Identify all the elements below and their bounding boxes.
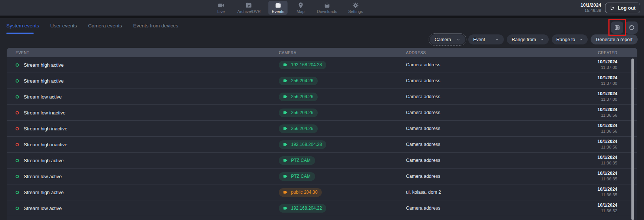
- created-time: 11:37:00: [562, 97, 617, 102]
- event-name: Stream high active: [24, 190, 64, 195]
- chevron-down-icon: [495, 37, 499, 41]
- camera-address: Camera address: [406, 206, 562, 211]
- created-date: 10/1/2024: [562, 139, 617, 145]
- event-name: Stream low active: [24, 206, 62, 211]
- event-tabs: System events User events Camera events …: [6, 18, 178, 34]
- camera-icon: [283, 142, 288, 147]
- table-row[interactable]: Stream high active PTZ CAM Camera addres…: [7, 153, 637, 169]
- camera-address: Camera address: [406, 78, 562, 83]
- column-header-created: CREATED: [562, 50, 617, 55]
- event-name: Stream high inactive: [24, 142, 67, 147]
- table-row[interactable]: Stream high inactive 256 204.26 Camera a…: [7, 121, 637, 137]
- current-date: 10/1/2024: [581, 3, 601, 8]
- logout-label: Log out: [618, 5, 635, 11]
- created-date: 10/1/2024: [562, 59, 617, 65]
- table-row[interactable]: Stream high active 192.168.204.28 Camera…: [7, 57, 637, 73]
- chevron-down-icon: [540, 37, 544, 41]
- created-date: 10/1/2024: [562, 107, 617, 113]
- camera-badge[interactable]: 256 204.26: [279, 93, 318, 101]
- camera-badge[interactable]: 192.168.204.28: [279, 140, 326, 149]
- nav-item-archive-dvr[interactable]: Archive/DVR: [234, 1, 264, 15]
- tabs-row: System events User events Camera events …: [0, 18, 644, 34]
- table-row[interactable]: Stream low active 256 204.26 Camera addr…: [7, 89, 637, 105]
- tab-camera-events[interactable]: Camera events: [88, 23, 122, 34]
- camera-badge[interactable]: PTZ CAM: [279, 172, 315, 181]
- camera-name: PTZ CAM: [291, 174, 311, 179]
- camera-icon: [283, 206, 288, 210]
- event-filter-label: Event: [473, 37, 485, 42]
- events-page: System events User events Camera events …: [0, 18, 644, 220]
- vertical-scrollbar[interactable]: [631, 59, 634, 220]
- range-to-dropdown[interactable]: Range to: [552, 34, 588, 44]
- table-row[interactable]: Stream high active public 204.30 ul. kol…: [7, 184, 637, 200]
- camera-name: 256 204.26: [291, 126, 313, 131]
- status-icon: [16, 191, 19, 194]
- created-date: 10/1/2024: [562, 187, 617, 193]
- nav-label: Live: [217, 9, 225, 14]
- status-icon: [16, 207, 19, 210]
- table-row[interactable]: Stream low active PTZ CAM Camera address…: [7, 169, 637, 184]
- camera-badge[interactable]: PTZ CAM: [279, 156, 315, 165]
- camera-address: Camera address: [406, 142, 562, 147]
- nav-item-downloads[interactable]: Downloads: [314, 1, 340, 15]
- camera-badge[interactable]: 256 204.26: [279, 109, 318, 117]
- status-icon: [16, 127, 19, 130]
- current-time: 15:46:39: [581, 8, 601, 13]
- camera-name: public 204.30: [291, 190, 317, 195]
- nav-item-live[interactable]: Live: [212, 1, 229, 15]
- camera-icon: [283, 110, 288, 115]
- main-nav: Live Archive/DVR Events Map Downloads Se…: [212, 0, 366, 16]
- camera-badge[interactable]: 256 204.26: [279, 77, 318, 85]
- topbar-separator: [0, 16, 644, 18]
- event-name: Stream high inactive: [24, 126, 67, 131]
- status-icon: [16, 111, 19, 114]
- status-icon: [16, 159, 19, 162]
- table-row[interactable]: Stream high inactive 192.168.204.28 Came…: [7, 137, 637, 153]
- nav-item-settings[interactable]: Settings: [345, 1, 366, 15]
- tab-events-from-devices[interactable]: Events from devices: [133, 23, 178, 34]
- camera-icon: [283, 126, 288, 131]
- refresh-button[interactable]: [625, 21, 638, 34]
- camera-icon: [283, 190, 288, 194]
- table-row[interactable]: Stream low active 192.168.204.22 Camera …: [7, 200, 637, 216]
- created-time: 11:37:00: [562, 81, 617, 86]
- report-journal-icon: [614, 24, 620, 31]
- camera-badge[interactable]: 256 204.26: [279, 124, 318, 133]
- camera-badge[interactable]: 192.168.204.22: [279, 204, 326, 213]
- created-time: 11:36:56: [562, 129, 617, 134]
- report-view-button[interactable]: [611, 21, 623, 34]
- nav-label: Archive/DVR: [237, 9, 261, 14]
- table-body: Stream high active 192.168.204.28 Camera…: [7, 57, 637, 216]
- camera-name: 192.168.204.28: [291, 62, 322, 67]
- camera-icon: [283, 174, 288, 179]
- range-from-dropdown[interactable]: Range from: [507, 34, 548, 44]
- nav-item-events[interactable]: Events: [268, 1, 288, 15]
- status-icon: [16, 63, 19, 67]
- event-name: Stream high active: [24, 62, 64, 68]
- camera-filter-dropdown[interactable]: Camera: [430, 34, 465, 44]
- camera-address: Camera address: [406, 94, 562, 99]
- table-row[interactable]: Stream low inactive 256 204.26 Camera ad…: [7, 105, 637, 121]
- table-row[interactable]: Stream high active 256 204.26 Camera add…: [7, 73, 637, 89]
- camera-name: 192.168.204.28: [291, 142, 322, 147]
- tab-system-events[interactable]: System events: [6, 23, 39, 34]
- camera-badge[interactable]: 192.168.204.28: [279, 61, 326, 69]
- generate-report-button[interactable]: Generate a report: [591, 34, 638, 44]
- column-header-address: ADDRESS: [406, 50, 562, 55]
- camera-address: Camera address: [406, 126, 562, 131]
- nav-item-map[interactable]: Map: [292, 1, 309, 15]
- created-date: 10/1/2024: [562, 203, 617, 209]
- camera-badge[interactable]: public 204.30: [279, 188, 322, 197]
- camera-icon: [283, 63, 288, 67]
- chevron-down-icon: [456, 37, 460, 41]
- event-name: Stream low active: [24, 94, 62, 100]
- archive-folder-icon: [245, 2, 252, 9]
- tab-user-events[interactable]: User events: [50, 23, 77, 34]
- event-filter-dropdown[interactable]: Event: [468, 34, 504, 44]
- camera-address: ul. kolasa, dom 2: [406, 190, 562, 195]
- created-time: 11:36:35: [562, 176, 617, 182]
- event-name: Stream low inactive: [24, 110, 66, 116]
- logout-button[interactable]: Log out: [605, 3, 640, 13]
- nav-label: Downloads: [317, 9, 337, 14]
- table-toolbar: [611, 21, 638, 34]
